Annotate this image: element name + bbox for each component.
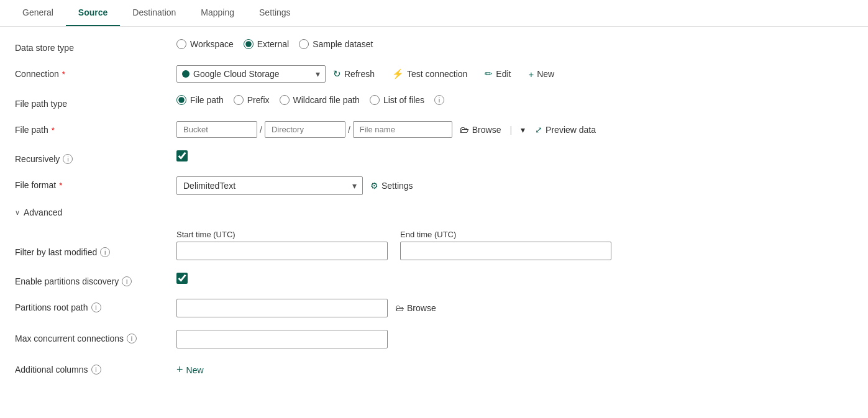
radio-workspace-label: Workspace xyxy=(190,39,234,49)
file-path-row: File path * / / 🗁 Browse | ▾ ⤢ Preview d… xyxy=(15,121,853,138)
browse-button[interactable]: 🗁 Browse xyxy=(457,121,504,138)
radio-workspace[interactable]: Workspace xyxy=(176,39,234,49)
enable-partitions-checkbox[interactable] xyxy=(176,273,188,284)
filter-info-icon: i xyxy=(100,247,110,257)
recursively-controls xyxy=(176,150,188,161)
radio-external[interactable]: External xyxy=(244,39,289,49)
preview-data-button[interactable]: ⤢ Preview data xyxy=(532,122,598,138)
connection-select-wrap[interactable]: Google Cloud Storage ▾ xyxy=(176,65,326,83)
radio-list[interactable]: List of files xyxy=(370,95,424,105)
recursively-checkbox[interactable] xyxy=(176,150,188,161)
connection-status-dot xyxy=(182,70,190,78)
file-format-controls: DelimitedText ⚙ Settings xyxy=(176,176,416,195)
end-time-label: End time (UTC) xyxy=(400,230,611,239)
data-store-type-label: Data store type xyxy=(15,39,176,53)
new-button[interactable]: + New xyxy=(526,66,557,83)
additional-columns-label: Additional columns i xyxy=(15,361,176,375)
file-path-controls: / / 🗁 Browse | ▾ ⤢ Preview data xyxy=(176,121,598,138)
file-path-type-radio-group: File path Prefix Wildcard file path List… xyxy=(176,95,444,105)
filename-input[interactable] xyxy=(353,121,452,138)
bucket-input[interactable] xyxy=(176,121,257,138)
radio-wildcard-input[interactable] xyxy=(280,95,290,105)
max-connections-label: Max concurrent connections i xyxy=(15,330,176,343)
file-format-label: File format * xyxy=(15,176,176,190)
format-settings-button[interactable]: ⚙ Settings xyxy=(368,178,416,194)
file-path-required: * xyxy=(52,125,55,135)
advanced-toggle[interactable]: ∨ Advanced xyxy=(15,207,853,217)
path-sep-1: / xyxy=(260,125,262,135)
connection-required: * xyxy=(62,70,65,79)
file-format-row: File format * DelimitedText ⚙ Settings xyxy=(15,176,853,195)
partitions-root-info-icon: i xyxy=(91,302,101,312)
tabs-bar: General Source Destination Mapping Setti… xyxy=(0,0,868,27)
edit-button[interactable]: ✏ Edit xyxy=(482,65,513,83)
radio-sample-label: Sample dataset xyxy=(313,39,373,49)
file-path-type-controls: File path Prefix Wildcard file path List… xyxy=(176,95,444,105)
max-connections-input[interactable] xyxy=(176,330,388,348)
radio-prefix-label: Prefix xyxy=(247,95,270,105)
connection-caret-icon: ▾ xyxy=(316,69,320,79)
additional-columns-new-button[interactable]: + New xyxy=(176,361,204,379)
tab-general[interactable]: General xyxy=(10,0,66,26)
filter-row: Filter by last modified i Start time (UT… xyxy=(15,230,853,260)
partitions-browse-button[interactable]: 🗁 Browse xyxy=(393,300,439,316)
end-time-input[interactable] xyxy=(400,242,611,260)
separator-4: | xyxy=(509,125,512,135)
radio-filepath[interactable]: File path xyxy=(176,95,224,105)
enable-partitions-info-icon: i xyxy=(122,276,132,286)
radio-prefix-input[interactable] xyxy=(234,95,244,105)
main-content: Data store type Workspace External Sampl… xyxy=(0,27,868,404)
partitions-root-path-row: Partitions root path i 🗁 Browse xyxy=(15,299,853,317)
enable-partitions-checkbox-wrap xyxy=(176,273,188,284)
start-time-input[interactable] xyxy=(176,242,388,260)
additional-columns-info-icon: i xyxy=(91,365,101,375)
tab-destination[interactable]: Destination xyxy=(120,0,188,26)
partitions-root-path-controls: 🗁 Browse xyxy=(176,299,439,317)
additional-columns-plus-icon: + xyxy=(176,363,183,376)
file-format-dropdown[interactable]: DelimitedText xyxy=(176,176,363,195)
directory-input[interactable] xyxy=(265,121,345,138)
file-format-select-wrap[interactable]: DelimitedText xyxy=(176,176,363,195)
refresh-button[interactable]: ↻ Refresh xyxy=(331,65,377,83)
file-path-type-info-icon: i xyxy=(434,95,444,105)
connection-dropdown[interactable]: Google Cloud Storage xyxy=(193,69,312,79)
radio-prefix[interactable]: Prefix xyxy=(234,95,270,105)
filter-label: Filter by last modified i xyxy=(15,230,176,257)
radio-wildcard[interactable]: Wildcard file path xyxy=(280,95,360,105)
enable-partitions-label: Enable partitions discovery i xyxy=(15,273,176,286)
data-store-radio-group: Workspace External Sample dataset xyxy=(176,39,373,49)
file-path-type-row: File path type File path Prefix Wildcard… xyxy=(15,95,853,109)
enable-partitions-controls xyxy=(176,273,188,284)
partitions-root-path-input[interactable] xyxy=(176,299,388,317)
max-connections-info-icon: i xyxy=(127,334,137,343)
radio-workspace-input[interactable] xyxy=(176,39,186,49)
connection-controls: Google Cloud Storage ▾ ↻ Refresh ⚡ Test … xyxy=(176,65,557,83)
browse-folder-icon: 🗁 xyxy=(460,124,469,135)
radio-wildcard-label: Wildcard file path xyxy=(293,95,360,105)
data-store-type-controls: Workspace External Sample dataset xyxy=(176,39,373,49)
radio-sample-input[interactable] xyxy=(299,39,309,49)
filter-controls: Start time (UTC) End time (UTC) xyxy=(176,230,611,260)
path-sep-2: / xyxy=(348,125,350,135)
connection-label: Connection * xyxy=(15,65,176,79)
tab-settings[interactable]: Settings xyxy=(247,0,303,26)
tab-mapping[interactable]: Mapping xyxy=(188,0,247,26)
test-connection-icon: ⚡ xyxy=(392,68,404,80)
file-format-required: * xyxy=(59,181,62,190)
radio-filepath-input[interactable] xyxy=(176,95,186,105)
radio-sample[interactable]: Sample dataset xyxy=(299,39,373,49)
chevron-down-button[interactable]: ▾ xyxy=(518,122,528,138)
test-connection-button[interactable]: ⚡ Test connection xyxy=(390,65,470,83)
enable-partitions-row: Enable partitions discovery i xyxy=(15,273,853,286)
start-time-label: Start time (UTC) xyxy=(176,230,388,239)
partitions-root-path-label: Partitions root path i xyxy=(15,299,176,312)
recursively-checkbox-wrap xyxy=(176,150,188,161)
refresh-icon: ↻ xyxy=(333,68,341,80)
radio-external-input[interactable] xyxy=(244,39,254,49)
file-path-label: File path * xyxy=(15,121,176,135)
radio-list-label: List of files xyxy=(383,95,424,105)
radio-list-input[interactable] xyxy=(370,95,380,105)
data-store-type-row: Data store type Workspace External Sampl… xyxy=(15,39,853,53)
connection-row: Connection * Google Cloud Storage ▾ ↻ Re… xyxy=(15,65,853,83)
tab-source[interactable]: Source xyxy=(66,0,120,26)
